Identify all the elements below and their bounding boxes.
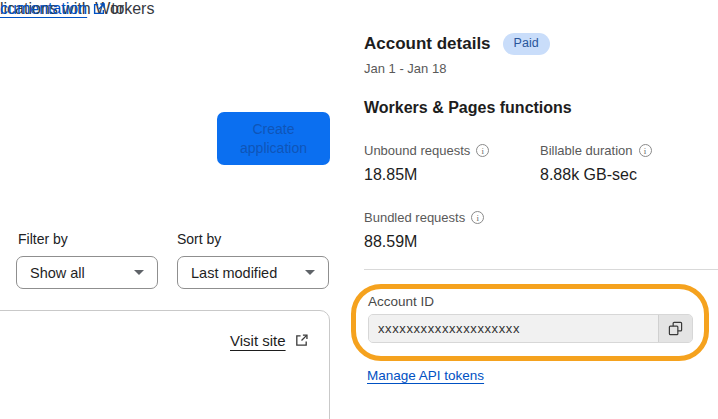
copy-account-id-button[interactable]: [658, 315, 692, 342]
create-application-button[interactable]: Create application: [217, 112, 330, 165]
account-id-label: Account ID: [368, 294, 434, 309]
intro-text-suffix: to: [111, 0, 124, 18]
manage-api-tokens-link[interactable]: Manage API tokens: [367, 368, 484, 383]
filter-by-label: Filter by: [18, 231, 68, 247]
external-link-icon: [92, 2, 106, 16]
chevron-down-icon: [134, 270, 144, 275]
info-icon[interactable]: i: [639, 144, 652, 157]
documentation-link[interactable]: cumentation: [0, 0, 87, 18]
account-details-header: Account details Paid: [364, 33, 550, 55]
stat-label-text: Unbound requests: [364, 143, 470, 158]
filter-selected-value: Show all: [30, 265, 85, 281]
chevron-down-icon: [305, 270, 315, 275]
bundled-requests-label: Bundled requests i: [364, 210, 484, 225]
info-icon[interactable]: i: [476, 144, 489, 157]
intro-text-line2: cumentation to: [0, 0, 125, 18]
unbound-requests-label: Unbound requests i: [364, 143, 489, 158]
filter-dropdown[interactable]: Show all: [16, 256, 158, 289]
copy-icon: [668, 321, 683, 336]
sort-by-label: Sort by: [177, 231, 221, 247]
visit-site-link[interactable]: Visit site: [230, 332, 309, 349]
workers-pages-functions-title: Workers & Pages functions: [364, 99, 572, 117]
stat-label-text: Billable duration: [540, 143, 633, 158]
date-range: Jan 1 - Jan 18: [364, 61, 446, 76]
sort-selected-value: Last modified: [191, 265, 277, 281]
account-id-input[interactable]: [369, 315, 658, 342]
visit-site-label: Visit site: [230, 332, 286, 349]
account-id-field-group: [368, 314, 693, 343]
bundled-requests-value: 88.59M: [364, 233, 417, 251]
section-divider: [364, 269, 718, 270]
paid-plan-badge: Paid: [503, 33, 550, 55]
billable-duration-label: Billable duration i: [540, 143, 652, 158]
info-icon[interactable]: i: [471, 211, 484, 224]
unbound-requests-value: 18.85M: [364, 166, 417, 184]
billable-duration-value: 8.88k GB-sec: [540, 166, 637, 184]
stat-label-text: Bundled requests: [364, 210, 465, 225]
project-card: [0, 310, 330, 419]
account-details-title: Account details: [364, 34, 491, 54]
sort-dropdown[interactable]: Last modified: [177, 256, 329, 289]
workers-pages-dashboard: lications with Workers cumentation to Cr…: [0, 0, 718, 419]
external-link-icon: [294, 333, 309, 348]
